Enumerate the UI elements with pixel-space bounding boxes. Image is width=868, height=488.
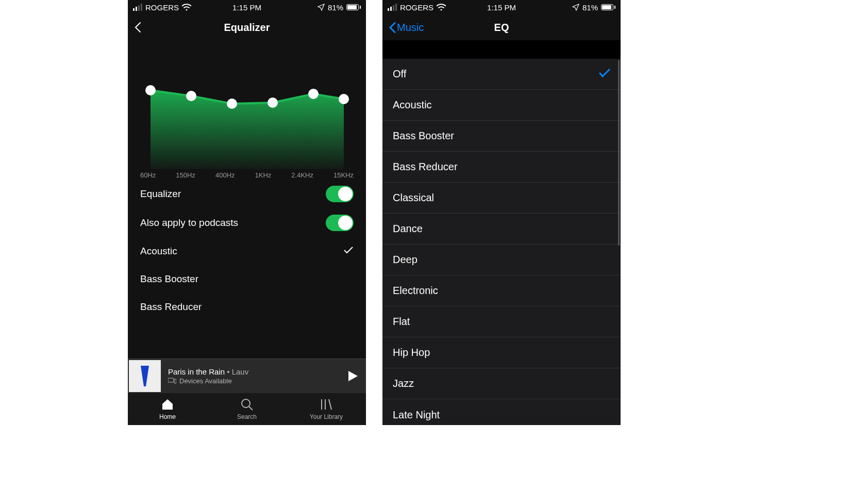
ios-eq-screen: ROGERS 1:15 PM 81% Music EQ OffAcousticB…	[382, 0, 621, 425]
tab-search[interactable]: Search	[207, 393, 287, 425]
preset-label: Acoustic	[393, 99, 432, 111]
eq-node-60hz[interactable]	[145, 85, 156, 95]
preset-acoustic[interactable]: Acoustic	[128, 237, 366, 265]
track-artist: Lauv	[232, 367, 249, 376]
page-title: EQ	[494, 22, 509, 34]
freq-label: 15KHz	[333, 171, 354, 179]
page-title: Equalizer	[224, 22, 270, 34]
spotify-equalizer-screen: ROGERS 1:15 PM 81% Equalizer	[128, 0, 366, 425]
freq-label: 2.4KHz	[291, 171, 313, 179]
preset-label: Bass Reducer	[393, 161, 458, 173]
eq-preset-off[interactable]: Off	[382, 59, 621, 90]
eq-preset-acoustic[interactable]: Acoustic	[382, 90, 621, 121]
podcasts-toggle-row[interactable]: Also apply to podcasts	[128, 208, 366, 237]
wifi-icon	[182, 4, 191, 11]
carrier-label: ROGERS	[400, 3, 433, 12]
check-icon	[343, 246, 354, 257]
eq-preset-electronic[interactable]: Electronic	[382, 275, 621, 306]
back-label: Music	[397, 22, 424, 34]
tab-bar: Home Search Your Library	[128, 393, 366, 425]
preset-label: Hip Hop	[393, 347, 430, 359]
nav-header: Equalizer	[128, 14, 366, 40]
preset-label: Bass Booster	[140, 273, 198, 285]
album-art[interactable]	[129, 360, 161, 392]
svg-rect-1	[174, 379, 176, 383]
battery-icon	[601, 4, 615, 10]
home-icon	[161, 398, 174, 411]
eq-node-15khz[interactable]	[339, 94, 349, 104]
preset-label: Off	[393, 68, 406, 80]
track-separator: •	[225, 367, 232, 376]
signal-icon	[388, 4, 397, 11]
back-button[interactable]	[134, 22, 141, 33]
svg-line-3	[249, 406, 253, 410]
eq-preset-late-night[interactable]: Late Night	[382, 399, 621, 425]
wifi-icon	[437, 4, 446, 11]
eq-preset-list: OffAcousticBass BoosterBass ReducerClass…	[382, 40, 621, 425]
row-label: Equalizer	[140, 188, 181, 200]
equalizer-graph[interactable]: 60Hz 150Hz 400Hz 1KHz 2.4KHz 15KHz	[128, 40, 366, 180]
nav-header: Music EQ	[382, 14, 621, 40]
status-bar: ROGERS 1:15 PM 81%	[128, 0, 366, 14]
preset-label: Bass Reducer	[140, 301, 202, 313]
preset-label: Jazz	[393, 378, 414, 389]
battery-icon	[346, 4, 361, 10]
search-icon	[240, 398, 254, 411]
preset-bass-booster[interactable]: Bass Booster	[128, 265, 366, 293]
carrier-label: ROGERS	[145, 3, 179, 12]
preset-label: Deep	[393, 254, 418, 266]
toggle-switch[interactable]	[326, 186, 354, 202]
eq-preset-hip-hop[interactable]: Hip Hop	[382, 337, 621, 368]
freq-label: 150Hz	[176, 171, 195, 179]
battery-percent: 81%	[328, 3, 343, 12]
back-button[interactable]: Music	[389, 22, 424, 34]
freq-label: 60Hz	[140, 171, 156, 179]
row-label: Also apply to podcasts	[140, 217, 238, 229]
now-playing-bar[interactable]: Paris in the Rain • Lauv Devices Availab…	[128, 359, 366, 393]
eq-frequency-labels: 60Hz 150Hz 400Hz 1KHz 2.4KHz 15KHz	[140, 169, 354, 179]
clock: 1:15 PM	[487, 3, 516, 12]
battery-percent: 81%	[582, 3, 598, 12]
eq-preset-jazz[interactable]: Jazz	[382, 368, 621, 399]
eq-preset-deep[interactable]: Deep	[382, 245, 621, 275]
devices-available[interactable]: Devices Available	[168, 377, 340, 385]
tab-home[interactable]: Home	[128, 393, 207, 425]
signal-icon	[133, 4, 142, 11]
preset-label: Flat	[393, 316, 410, 328]
svg-point-2	[242, 399, 250, 408]
library-icon	[320, 398, 333, 411]
preset-label: Acoustic	[140, 246, 177, 257]
eq-preset-bass-booster[interactable]: Bass Booster	[382, 121, 621, 152]
location-icon	[318, 4, 325, 11]
preset-label: Electronic	[393, 285, 438, 297]
eq-curve[interactable]	[140, 51, 354, 169]
eq-node-1khz[interactable]	[268, 97, 278, 108]
freq-label: 1KHz	[255, 171, 272, 179]
freq-label: 400Hz	[215, 171, 235, 179]
eq-preset-flat[interactable]: Flat	[382, 306, 621, 337]
status-bar: ROGERS 1:15 PM 81%	[382, 0, 621, 14]
check-icon	[599, 68, 610, 81]
equalizer-toggle-row[interactable]: Equalizer	[128, 180, 366, 208]
preset-bass-reducer[interactable]: Bass Reducer	[128, 293, 366, 321]
eq-node-2-4khz[interactable]	[308, 89, 319, 99]
eq-preset-bass-reducer[interactable]: Bass Reducer	[382, 152, 621, 183]
tab-library[interactable]: Your Library	[287, 393, 366, 425]
play-button[interactable]	[340, 370, 366, 382]
preset-label: Dance	[393, 223, 423, 235]
track-title: Paris in the Rain	[168, 367, 225, 376]
eq-node-400hz[interactable]	[227, 99, 237, 109]
preset-label: Classical	[393, 192, 434, 204]
eq-preset-dance[interactable]: Dance	[382, 214, 621, 245]
preset-label: Late Night	[393, 409, 440, 421]
eq-node-150hz[interactable]	[186, 91, 196, 101]
preset-label: Bass Booster	[393, 130, 454, 142]
scroll-indicator[interactable]	[618, 60, 620, 246]
svg-rect-0	[168, 378, 174, 382]
toggle-switch[interactable]	[326, 215, 354, 231]
svg-line-6	[329, 399, 331, 410]
location-icon	[572, 4, 579, 11]
clock: 1:15 PM	[232, 3, 261, 12]
devices-icon	[168, 378, 176, 384]
eq-preset-classical[interactable]: Classical	[382, 183, 621, 214]
